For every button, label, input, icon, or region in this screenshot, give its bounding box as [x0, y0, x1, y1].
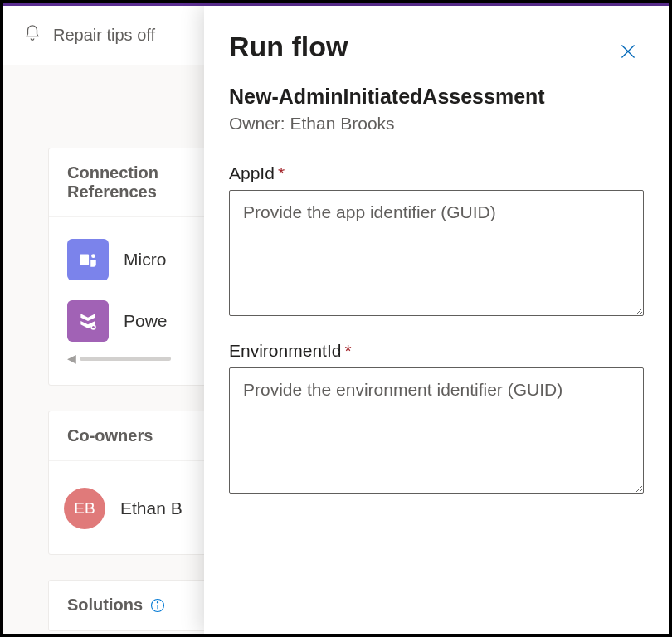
- connection-references-title: Connection References: [49, 148, 230, 217]
- chevron-left-icon: ◀: [67, 352, 76, 365]
- close-button[interactable]: [612, 36, 644, 70]
- connection-item-power[interactable]: Powe: [49, 290, 230, 352]
- appid-input[interactable]: [229, 190, 644, 316]
- power-icon: [67, 300, 109, 342]
- solutions-title: Solutions: [67, 596, 143, 615]
- owner-label: Owner: Ethan Brooks: [229, 114, 644, 134]
- connection-item-teams[interactable]: Micro: [49, 229, 230, 290]
- svg-point-1: [91, 254, 95, 258]
- info-icon[interactable]: [149, 597, 166, 614]
- close-icon: [617, 41, 639, 62]
- owner-item[interactable]: EB Ethan B: [49, 473, 230, 544]
- svg-rect-0: [80, 255, 89, 265]
- teams-icon: [67, 239, 109, 280]
- repair-tips-label: Repair tips off: [53, 26, 155, 45]
- scrollbar-track: [80, 357, 171, 361]
- appid-label: AppId*: [229, 163, 644, 183]
- horizontal-scrollbar[interactable]: ◀: [49, 352, 230, 375]
- owner-name: Ethan B: [120, 498, 183, 518]
- run-flow-panel: Run flow New-AdminInitiatedAssessment Ow…: [204, 6, 669, 634]
- svg-point-3: [92, 326, 95, 328]
- co-owners-card: Co-owners EB Ethan B: [48, 411, 231, 555]
- connection-label: Powe: [124, 311, 168, 331]
- environmentid-label: EnvironmentId*: [229, 341, 644, 361]
- svg-point-6: [157, 601, 158, 602]
- avatar: EB: [64, 488, 105, 529]
- co-owners-title: Co-owners: [49, 411, 230, 461]
- flow-name: New-AdminInitiatedAssessment: [229, 85, 644, 109]
- environmentid-input[interactable]: [229, 367, 644, 494]
- bell-icon: [23, 24, 41, 46]
- connection-references-card: Connection References Micro Powe: [48, 148, 231, 386]
- panel-title: Run flow: [229, 31, 348, 63]
- solutions-card: Solutions: [48, 580, 231, 631]
- connection-label: Micro: [124, 250, 166, 270]
